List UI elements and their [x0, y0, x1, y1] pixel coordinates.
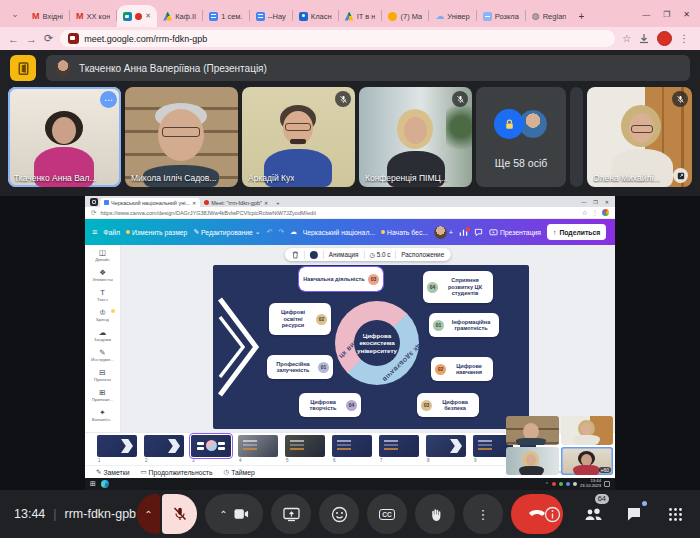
window-restore-button[interactable]: ❐	[663, 10, 670, 19]
participant-tile-mykola[interactable]: Микола Ілліч Садов...	[125, 87, 238, 187]
browser-tab-reglan[interactable]: ◍Reglan	[526, 5, 573, 27]
collaborator-avatar: +	[434, 226, 453, 239]
reload-icon: ⟳	[91, 209, 96, 217]
insights-icon	[459, 228, 468, 237]
partial-participant-tile[interactable]	[570, 87, 583, 187]
presentation-slide: Цифрова екосистема університету ЦК ВИКЛА…	[213, 265, 529, 429]
participant-tile-olena[interactable]: Олена Михайлі...	[587, 87, 692, 187]
slide-thumb-4: 4	[238, 435, 278, 463]
tab-label: Класн	[311, 12, 332, 21]
yellow-app-icon	[388, 12, 397, 21]
pop-out-icon[interactable]	[673, 168, 688, 183]
back-button[interactable]: ←	[8, 33, 19, 45]
card-hramotnist: 01 Інформаційна грамотність	[429, 313, 499, 337]
browser-tab-rozklad[interactable]: Розкла	[477, 5, 525, 27]
reactions-button[interactable]	[319, 494, 359, 534]
trash-icon	[292, 251, 299, 259]
shared-tab-actions-icon	[90, 198, 98, 206]
apps-icon: ⊞	[99, 388, 105, 397]
meeting-details-button[interactable]	[541, 503, 563, 525]
reload-button[interactable]: ⟳	[44, 32, 53, 45]
more-options-button[interactable]: ⋮	[463, 494, 503, 534]
browser-toolbar: ← → ⟳ meet.google.com/rrm-fdkn-gpb ☆ ⋮	[0, 27, 700, 50]
card-spryiannia: 04 Сприяння розвитку ЦК студентів	[423, 271, 493, 303]
address-bar[interactable]: meet.google.com/rrm-fdkn-gpb	[60, 30, 615, 47]
card-tvorchist: Цифрова творчість 04	[299, 393, 361, 417]
window-close-button: ✕	[605, 199, 609, 205]
participant-tile-tkachenko[interactable]: ⋯ Ткаченко Анна Вал...	[8, 87, 121, 187]
browser-tab-drive-it[interactable]: IT в н	[339, 5, 382, 27]
shared-tab-strip: Черкаський національний уні...✕ Meet: "r…	[85, 196, 615, 207]
tab-search-icon[interactable]: ⌄	[7, 6, 23, 22]
premium-dot-icon	[126, 230, 130, 234]
bookmark-star-icon[interactable]: ☆	[622, 33, 631, 44]
docs-icon	[256, 12, 265, 21]
system-tray: ⌃ 13:44 23.10.2023	[545, 479, 610, 488]
browser-tab-meet-active[interactable]: ✕	[117, 5, 157, 27]
close-icon[interactable]: ✕	[145, 12, 151, 20]
canva-start-button: Начать бес...	[381, 229, 428, 236]
camera-control[interactable]: ⌃	[205, 494, 263, 534]
sidebar-item-apps: ⊞Приложе...	[86, 388, 120, 408]
drive-icon	[163, 12, 172, 21]
sidebar-item-text: TТекст	[86, 288, 120, 308]
canva-editing-menu: ✎Редактирование⌄	[193, 228, 260, 236]
browser-tab-univer[interactable]: ☁Універ	[429, 5, 475, 27]
chat-unread-dot	[642, 501, 647, 506]
cloud-status-icon: ☁	[290, 228, 297, 236]
locked-avatar	[494, 109, 524, 139]
pencil-icon: ✎	[193, 228, 199, 236]
browser-tab-drive-kaf[interactable]: Каф.ІІ	[157, 5, 202, 27]
profile-avatar[interactable]	[657, 31, 672, 46]
chat-icon	[626, 506, 642, 522]
mic-control: ⌃	[137, 494, 197, 534]
number-badge: 03	[368, 274, 379, 285]
browser-tab-mail-ma[interactable]: (7) Ма	[382, 5, 428, 27]
tray-chevron-icon: ⌃	[545, 481, 549, 487]
card-navchannia: 02 Цифрове навчання	[431, 357, 493, 381]
browser-tab-gmail-inbox[interactable]: MВхідні	[26, 5, 69, 27]
upload-cloud-icon: ☁	[99, 328, 107, 337]
browser-tab-docs-nau[interactable]: --Нау	[250, 5, 292, 27]
activities-button[interactable]	[664, 503, 686, 525]
number-badge: 03	[421, 400, 432, 411]
new-tab-button[interactable]: +	[572, 5, 590, 27]
raise-hand-button[interactable]	[415, 494, 455, 534]
download-icon[interactable]	[638, 33, 650, 45]
mic-options-button[interactable]: ⌃	[137, 494, 160, 534]
browser-tab-gmail-conf[interactable]: MXX кон	[70, 5, 116, 27]
window-close-button[interactable]: ✕	[683, 10, 690, 19]
browser-tab-docs-sem[interactable]: 1 сем.	[203, 5, 248, 27]
participant-tile-arkadii[interactable]: Аркадій Кух	[242, 87, 355, 187]
pip-participant-grid: +60	[506, 416, 613, 475]
folder-icon: ⊟	[99, 368, 105, 377]
schedule-icon	[483, 12, 492, 21]
sidebar-item-tools: ✎Инструме...	[86, 348, 120, 368]
shared-new-tab: +	[272, 198, 283, 207]
browser-menu-kebab-icon[interactable]: ⋮	[679, 33, 689, 44]
chat-button[interactable]	[623, 503, 645, 525]
browser-tab-classroom[interactable]: Класн	[293, 5, 338, 27]
tray-icon	[573, 482, 577, 486]
pip-overflow-badge: +60	[599, 467, 611, 473]
tab-label: Reglan	[543, 12, 567, 21]
comments-icon	[474, 228, 483, 237]
close-icon: ✕	[192, 200, 196, 206]
participant-tile-pimts[interactable]: Конференція ПІМЦ...	[359, 87, 472, 187]
mic-mute-button[interactable]	[162, 494, 197, 534]
tray-icon	[559, 482, 563, 486]
forward-button[interactable]: →	[26, 33, 37, 45]
captions-button[interactable]: CC	[367, 494, 407, 534]
shared-url-text: https://www.canva.com/design/DAGrJYG38JW…	[100, 210, 577, 216]
presenter-banner-row: Ткаченко Анна Валеріївна (Презентація)	[0, 50, 700, 81]
more-participants-tile[interactable]: Ще 58 осіб	[476, 87, 566, 187]
presenter-banner[interactable]: Ткаченко Анна Валеріївна (Презентація)	[46, 55, 690, 81]
window-minimize-button[interactable]: —	[642, 10, 650, 19]
tile-options-button[interactable]: ⋯	[100, 91, 117, 108]
notes-button: ✎Заметки	[96, 468, 129, 476]
participants-button[interactable]: 64	[582, 503, 604, 525]
hamburger-menu-icon: ≡	[92, 227, 97, 237]
present-screen-button[interactable]	[271, 494, 311, 534]
extension-door-button[interactable]	[10, 55, 36, 81]
slide-thumb-3-selected: 3	[191, 435, 231, 463]
